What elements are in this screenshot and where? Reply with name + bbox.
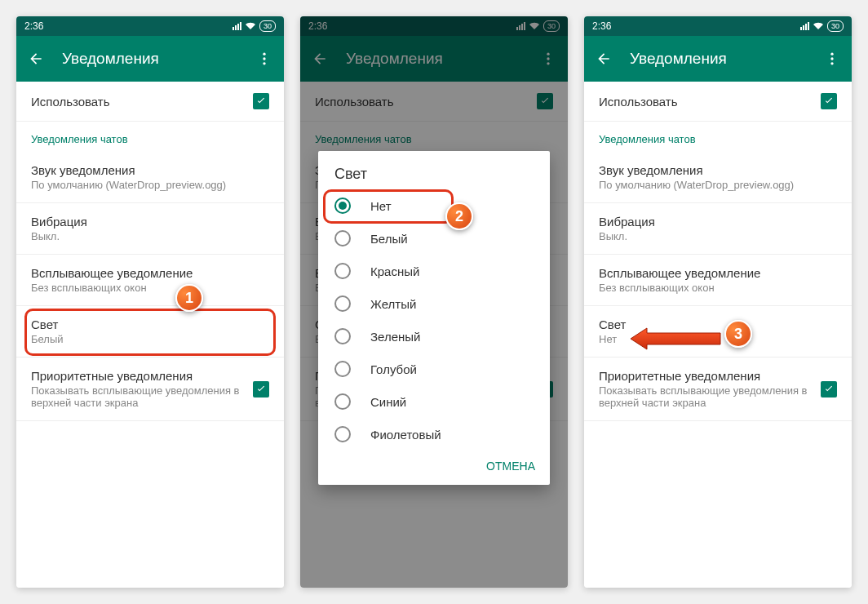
status-bar: 2:36 30 <box>584 16 852 36</box>
radio-icon <box>334 198 351 214</box>
back-button[interactable] <box>26 49 46 69</box>
popup-sub: Без всплывающих окон <box>31 282 269 294</box>
back-button[interactable] <box>310 49 330 69</box>
light-title: Свет <box>31 318 269 331</box>
svg-point-0 <box>263 53 265 56</box>
svg-point-8 <box>830 62 833 64</box>
sound-title: Звук уведомления <box>31 163 269 177</box>
svg-point-1 <box>263 57 265 60</box>
section-chat-notifications: Уведомления чатов <box>16 122 284 152</box>
status-icons: 30 <box>232 20 276 32</box>
svg-point-7 <box>830 57 833 60</box>
wifi-icon <box>813 22 824 30</box>
radio-option[interactable]: Синий <box>318 385 550 418</box>
priority-sub: Показывать всплывающие уведомления в вер… <box>31 384 253 409</box>
radio-label: Белый <box>370 232 408 246</box>
radio-icon <box>334 295 351 312</box>
row-light[interactable]: Свет Белый <box>16 306 284 358</box>
status-time: 2:36 <box>308 20 327 32</box>
phone-screen-2: 2:36 30 Уведомления Использовать Уведомл… <box>300 16 568 588</box>
radio-option[interactable]: Голубой <box>318 353 550 385</box>
appbar-title: Уведомления <box>630 50 822 68</box>
menu-button[interactable] <box>538 49 558 69</box>
svg-point-3 <box>547 53 549 56</box>
status-bar: 2:36 30 <box>300 16 568 36</box>
appbar-title: Уведомления <box>346 50 538 68</box>
radio-icon <box>334 393 351 410</box>
radio-label: Желтый <box>370 297 416 311</box>
app-bar: Уведомления <box>300 36 568 82</box>
use-checkbox[interactable] <box>821 93 837 109</box>
row-vibration[interactable]: Вибрация Выкл. <box>16 203 284 255</box>
svg-point-5 <box>547 62 549 64</box>
vibration-title: Вибрация <box>31 215 269 229</box>
signal-icon <box>516 22 525 30</box>
callout-2: 2 <box>445 202 473 230</box>
callout-3: 3 <box>724 320 752 348</box>
menu-button[interactable] <box>255 49 274 69</box>
row-sound[interactable]: Звук уведомления По умолчанию (WaterDrop… <box>16 152 284 203</box>
status-icons: 30 <box>516 20 560 32</box>
use-checkbox[interactable] <box>253 93 269 109</box>
appbar-title: Уведомления <box>62 50 255 68</box>
radio-option[interactable]: Красный <box>318 255 550 287</box>
svg-point-2 <box>263 62 265 64</box>
phone-screen-3: 2:36 30 Уведомления Использовать Уведомл… <box>584 16 852 588</box>
app-bar: Уведомления <box>584 36 852 82</box>
svg-point-6 <box>830 53 833 56</box>
radio-label: Синий <box>370 395 406 409</box>
radio-label: Зеленый <box>370 330 420 344</box>
status-bar: 2:36 30 <box>16 16 284 36</box>
section-chat-notifications: Уведомления чатов <box>584 122 852 152</box>
radio-option[interactable]: Белый <box>318 222 550 255</box>
priority-checkbox[interactable] <box>253 381 269 397</box>
svg-point-4 <box>547 57 549 60</box>
dialog-title: Свет <box>318 166 550 189</box>
light-sub: Белый <box>31 333 269 345</box>
row-sound[interactable]: Звук уведомления По умолчанию (WaterDrop… <box>584 152 852 203</box>
radio-icon <box>334 426 351 442</box>
dialog-cancel-button[interactable]: ОТМЕНА <box>486 460 535 473</box>
arrow-indicator <box>627 326 724 351</box>
row-popup[interactable]: Всплывающее уведомление Без всплывающих … <box>584 255 852 306</box>
popup-title: Всплывающее уведомление <box>31 266 269 280</box>
battery-icon: 30 <box>827 20 844 32</box>
status-icons: 30 <box>800 20 844 32</box>
radio-icon <box>334 361 351 377</box>
back-button[interactable] <box>594 49 613 69</box>
battery-icon: 30 <box>259 20 276 32</box>
priority-title: Приоритетные уведомления <box>31 369 253 383</box>
row-priority[interactable]: Приоритетные уведомления Показывать вспл… <box>584 358 852 421</box>
radio-label: Голубой <box>370 362 417 376</box>
signal-icon <box>800 22 809 30</box>
use-label: Использовать <box>31 95 253 109</box>
radio-option[interactable]: Нет <box>318 189 550 222</box>
row-popup[interactable]: Всплывающее уведомление Без всплывающих … <box>16 255 284 306</box>
radio-option[interactable]: Зеленый <box>318 320 550 353</box>
row-use-notifications[interactable]: Использовать <box>584 82 852 122</box>
priority-checkbox[interactable] <box>821 381 837 397</box>
row-use-notifications[interactable]: Использовать <box>16 82 284 122</box>
row-vibration[interactable]: Вибрация Выкл. <box>584 203 852 255</box>
radio-icon <box>334 263 351 279</box>
phone-screen-1: 2:36 30 Уведомления Использовать Уведомл… <box>16 16 284 588</box>
radio-icon <box>334 230 351 246</box>
radio-label: Фиолетовый <box>370 428 441 442</box>
radio-icon <box>334 328 351 344</box>
radio-option[interactable]: Фиолетовый <box>318 418 550 451</box>
radio-label: Нет <box>370 199 392 213</box>
light-dialog: Свет НетБелыйКрасныйЖелтыйЗеленыйГолубой… <box>318 151 550 485</box>
wifi-icon <box>529 22 540 30</box>
radio-label: Красный <box>370 264 419 278</box>
battery-icon: 30 <box>543 20 560 32</box>
wifi-icon <box>245 22 256 30</box>
row-priority[interactable]: Приоритетные уведомления Показывать вспл… <box>16 358 284 421</box>
app-bar: Уведомления <box>16 36 284 82</box>
settings-content: Использовать Уведомления чатов Звук увед… <box>16 82 284 588</box>
menu-button[interactable] <box>822 49 842 69</box>
sound-sub: По умолчанию (WaterDrop_preview.ogg) <box>31 179 269 191</box>
signal-icon <box>232 22 241 30</box>
status-time: 2:36 <box>24 20 43 32</box>
status-time: 2:36 <box>592 20 611 32</box>
radio-option[interactable]: Желтый <box>318 287 550 320</box>
